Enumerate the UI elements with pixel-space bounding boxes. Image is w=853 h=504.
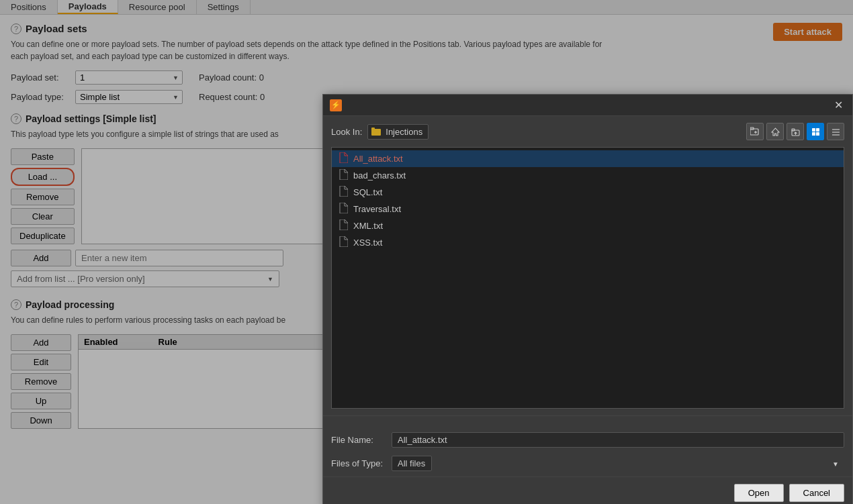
dialog-title-bar: ⚡ ✕ (323, 95, 852, 116)
home-icon[interactable] (766, 123, 784, 140)
dialog-action-row: Open Cancel (323, 476, 852, 504)
up-folder-icon[interactable] (787, 123, 804, 140)
file-icon (339, 152, 348, 165)
svg-marker-6 (772, 128, 779, 136)
svg-rect-10 (812, 128, 815, 132)
dialog-body: Look In: Injections (323, 116, 852, 415)
file-item[interactable]: bad_chars.txt (332, 167, 844, 184)
large-icons-btn[interactable] (807, 123, 824, 140)
file-name-row: File Name: (331, 428, 844, 452)
dialog-file-name-section: File Name: Files of Type: All files ▼ (323, 415, 852, 476)
svg-rect-12 (812, 132, 815, 136)
file-name-text: SQL.txt (353, 187, 382, 197)
file-name-label: File Name: (331, 435, 385, 445)
list-view-btn[interactable] (827, 123, 844, 140)
file-item[interactable]: Traversal.txt (332, 201, 844, 217)
folder-icon (371, 128, 381, 136)
file-dialog: ⚡ ✕ Look In: Injections (322, 94, 853, 504)
file-name-input[interactable] (392, 432, 844, 448)
dialog-close-button[interactable]: ✕ (832, 99, 846, 111)
file-item[interactable]: SQL.txt (332, 184, 844, 201)
cancel-button[interactable]: Cancel (789, 484, 844, 502)
svg-rect-11 (816, 128, 819, 132)
look-in-controls (746, 123, 844, 140)
dialog-icon: ⚡ (330, 99, 342, 111)
files-type-select[interactable]: All files (392, 456, 432, 471)
file-icon (339, 219, 348, 232)
look-in-row: Look In: Injections (331, 123, 844, 140)
look-in-label: Look In: (331, 127, 362, 137)
file-name-text: XML.txt (353, 221, 383, 231)
file-name-text: bad_chars.txt (353, 170, 406, 181)
file-name-text: All_attack.txt (353, 154, 403, 164)
svg-rect-1 (371, 128, 375, 130)
file-name-text: XSS.txt (353, 238, 382, 248)
file-icon (339, 236, 348, 249)
file-icon (339, 203, 348, 215)
files-type-label: Files of Type: (331, 458, 385, 468)
svg-rect-13 (816, 132, 819, 136)
file-item[interactable]: XML.txt (332, 217, 844, 234)
file-icon (339, 169, 348, 182)
file-dialog-overlay: ⚡ ✕ Look In: Injections (0, 0, 853, 504)
file-icon (339, 186, 348, 199)
files-type-row: Files of Type: All files ▼ (331, 456, 844, 471)
open-button[interactable]: Open (734, 484, 784, 502)
file-item[interactable]: All_attack.txt (332, 150, 844, 167)
file-list[interactable]: All_attack.txtbad_chars.txtSQL.txtTraver… (331, 147, 844, 409)
new-folder-icon[interactable] (746, 123, 764, 140)
file-name-text: Traversal.txt (353, 204, 401, 214)
file-item[interactable]: XSS.txt (332, 234, 844, 251)
